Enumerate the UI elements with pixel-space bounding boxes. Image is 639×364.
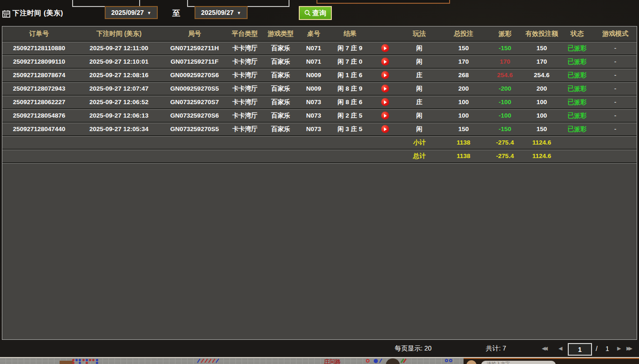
pagination-bar: 每页显示: 20 共计: 7 ◀◀ ◀ / 1 ▶ ▶▶ [0, 340, 639, 357]
valid-bet-cell: 200 [523, 85, 560, 92]
road-slash [215, 358, 219, 363]
play-type-cell: 闲 [398, 112, 440, 120]
col-header-game-mode: 游戏模式 [594, 30, 637, 38]
round-id-cell: GN009259270S5 [162, 85, 227, 92]
table-row: 250927128047440 2025-09-27 12:05:34 GN07… [2, 122, 637, 135]
query-button-label: 查询 [312, 9, 326, 18]
road-dot [72, 362, 74, 364]
round-id-cell: GN073259270S5 [162, 126, 227, 132]
replay-icon[interactable] [381, 85, 389, 93]
col-header-game-type: 游戏类型 [262, 30, 299, 38]
calendar-icon [2, 10, 10, 18]
grand-total-valid-bet: 1124.6 [523, 152, 560, 159]
round-id-cell: GN073259270S7 [162, 99, 227, 106]
bet-time-cell: 2025-09-27 12:05:34 [76, 126, 162, 132]
col-header-platform: 平台类型 [227, 30, 262, 38]
previous-page-button[interactable]: ◀ [558, 340, 562, 357]
table-row: 250927128078674 2025-09-27 12:08:16 GN00… [2, 68, 637, 81]
valid-bet-cell: 254.6 [523, 72, 560, 79]
road-dot [72, 359, 74, 361]
subtotal-payout: -275.4 [487, 139, 523, 146]
order-id-cell: 250927128047440 [2, 126, 76, 132]
order-id-cell: 250927128110880 [2, 45, 76, 52]
platform-cell: 卡卡湾厅 [227, 71, 262, 79]
road-dot [86, 362, 88, 364]
bet-time-cell: 2025-09-27 12:07:47 [76, 85, 162, 92]
game-type-cell: 百家乐 [262, 58, 299, 66]
status-cell: 已派彩 [560, 85, 594, 93]
road-dot [89, 359, 91, 361]
chat-input[interactable]: 请输入文字 [481, 361, 556, 364]
platform-cell: 卡卡湾厅 [227, 98, 262, 106]
date-from-select[interactable]: 2025/09/27 ▼ [105, 6, 158, 19]
subtotal-label: 小计 [398, 139, 440, 147]
payout-cell: -100 [487, 112, 523, 119]
player-circle-icon [374, 359, 378, 363]
result-cell: 闲 2 庄 5 [329, 112, 371, 120]
status-cell: 已派彩 [560, 58, 594, 66]
first-page-button[interactable]: ◀◀ [542, 340, 548, 357]
road-dot [96, 362, 98, 364]
table-divider [2, 162, 637, 164]
result-cell: 闲 8 庄 6 [329, 98, 371, 106]
total-bet-cell: 170 [440, 58, 487, 65]
last-page-button[interactable]: ▶▶ [626, 340, 632, 357]
table-no-cell: N009 [299, 85, 329, 92]
order-id-cell: 250927128054876 [2, 112, 76, 119]
table-no-cell: N071 [299, 45, 329, 52]
payout-cell: 254.6 [487, 72, 523, 79]
grand-total-payout: -275.4 [487, 152, 523, 159]
status-cell: 已派彩 [560, 112, 594, 120]
replay-icon[interactable] [381, 98, 389, 106]
total-count-label: 共计: 7 [486, 340, 506, 357]
platform-cell: 卡卡湾厅 [227, 44, 262, 53]
bet-records-table: 订单号 下注时间 (美东) 局号 平台类型 游戏类型 桌号 结果 玩法 总投注 … [2, 26, 637, 340]
date-to-select[interactable]: 2025/09/27 ▼ [195, 6, 248, 19]
road-ring [445, 359, 448, 362]
replay-icon[interactable] [381, 125, 389, 133]
replay-icon[interactable] [381, 71, 389, 79]
search-icon [304, 10, 311, 16]
subtotal-valid-bet: 1124.6 [523, 139, 560, 146]
col-header-result: 结果 [329, 30, 371, 38]
table-row: 250927128054876 2025-09-27 12:06:13 GN07… [2, 108, 637, 122]
result-cell: 闲 7 庄 0 [329, 58, 371, 66]
payout-cell: -150 [487, 126, 523, 132]
game-type-cell: 百家乐 [262, 112, 299, 120]
valid-bet-cell: 100 [523, 112, 560, 119]
col-header-play-type: 玩法 [398, 30, 440, 38]
game-mode-cell: - [594, 126, 637, 132]
replay-icon[interactable] [381, 112, 389, 119]
replay-icon[interactable] [381, 44, 389, 52]
col-header-bet-time: 下注时间 (美东) [76, 30, 162, 38]
col-header-table-no: 桌号 [299, 30, 329, 38]
result-cell: 闲 7 庄 9 [329, 44, 371, 53]
round-id-cell: GN0712592711H [162, 45, 227, 52]
payout-cell: 170 [487, 58, 523, 65]
game-mode-cell: - [594, 85, 637, 92]
game-type-cell: 百家乐 [262, 125, 299, 133]
page-number-input[interactable] [568, 343, 592, 356]
order-id-cell: 250927128062227 [2, 99, 76, 106]
roadmap-grid: 庄问路 [0, 358, 464, 364]
query-button[interactable]: 查询 [299, 6, 332, 20]
subtotal-row: 小计 1138 -275.4 1124.6 [2, 135, 637, 149]
table-no-cell: N009 [299, 72, 329, 79]
road-slash [204, 358, 208, 363]
bet-time-cell: 2025-09-27 12:06:52 [76, 99, 162, 106]
bet-time-filter-label: 下注时间 (美东) [13, 9, 63, 18]
banker-road-label: 庄问路 [324, 358, 341, 364]
table-header-row: 订单号 下注时间 (美东) 局号 平台类型 游戏类型 桌号 结果 玩法 总投注 … [2, 26, 637, 41]
bet-time-cell: 2025-09-27 12:06:13 [76, 112, 162, 119]
total-bet-cell: 150 [440, 45, 487, 52]
play-type-cell: 庄 [398, 71, 440, 79]
banker-circle-icon [366, 359, 370, 363]
round-id-cell: GN009259270S6 [162, 72, 227, 79]
status-cell: 已派彩 [560, 71, 594, 79]
total-bet-cell: 150 [440, 126, 487, 132]
table-row: 250927128099110 2025-09-27 12:10:01 GN07… [2, 54, 637, 68]
game-type-cell: 百家乐 [262, 44, 299, 53]
next-page-button[interactable]: ▶ [617, 340, 621, 357]
grand-total-total-bet: 1138 [440, 152, 487, 159]
replay-icon[interactable] [381, 58, 389, 66]
